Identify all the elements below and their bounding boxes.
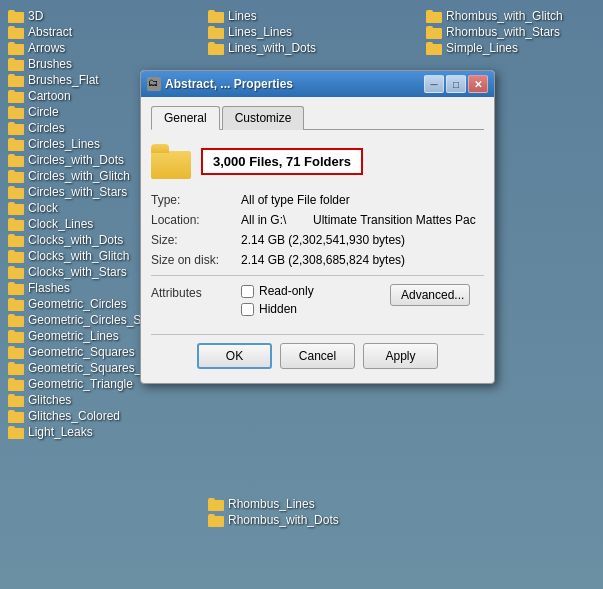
maximize-button[interactable]: □ bbox=[446, 75, 466, 93]
dialog-title-text: Abstract, ... Properties bbox=[165, 77, 293, 91]
folder-icon bbox=[8, 250, 24, 263]
folder-icon bbox=[8, 202, 24, 215]
prop-row-type: Type: All of type File folder bbox=[151, 193, 484, 207]
hidden-label: Hidden bbox=[259, 302, 297, 316]
close-button[interactable]: ✕ bbox=[468, 75, 488, 93]
list-item[interactable]: Lines bbox=[200, 8, 360, 24]
size-on-disk-value: 2.14 GB (2,308,685,824 bytes) bbox=[241, 253, 484, 267]
list-item[interactable]: Clocks_with_Dots bbox=[0, 232, 145, 248]
list-item[interactable]: Arrows bbox=[0, 40, 145, 56]
type-label: Type: bbox=[151, 193, 241, 207]
folder-icon bbox=[8, 122, 24, 135]
folder-icon bbox=[8, 314, 24, 327]
folder-icon bbox=[8, 266, 24, 279]
size-value: 2.14 GB (2,302,541,930 bytes) bbox=[241, 233, 484, 247]
folder-icon bbox=[8, 10, 24, 23]
folder-icon bbox=[8, 378, 24, 391]
folder-icon bbox=[8, 330, 24, 343]
list-item[interactable]: Geometric_Squares bbox=[0, 344, 145, 360]
list-item[interactable]: Glitches_Colored bbox=[0, 408, 145, 424]
minimize-button[interactable]: ─ bbox=[424, 75, 444, 93]
list-item[interactable]: Brushes_Flat bbox=[0, 72, 145, 88]
folder-icon bbox=[8, 394, 24, 407]
folder-big-icon bbox=[151, 144, 191, 179]
folder-icon bbox=[8, 218, 24, 231]
folder-icon bbox=[8, 410, 24, 423]
attributes-section: Attributes Read-only Hidden Advanced... bbox=[151, 284, 484, 320]
folder-icon bbox=[208, 514, 224, 527]
type-value: All of type File folder bbox=[241, 193, 484, 207]
list-item[interactable]: Geometric_Lines bbox=[0, 328, 145, 344]
list-item[interactable]: Geometric_Squares_ bbox=[0, 360, 145, 376]
hidden-checkbox[interactable] bbox=[241, 303, 254, 316]
folder-icon bbox=[426, 26, 442, 39]
list-item[interactable]: Circle bbox=[0, 104, 145, 120]
tab-general[interactable]: General bbox=[151, 106, 220, 130]
list-item[interactable]: Flashes bbox=[0, 280, 145, 296]
list-item[interactable]: Brushes bbox=[0, 56, 145, 72]
tab-bar: General Customize bbox=[151, 105, 484, 130]
list-item[interactable]: Rhombus_with_Dots bbox=[200, 512, 360, 528]
folder-icon bbox=[8, 346, 24, 359]
readonly-checkbox[interactable] bbox=[241, 285, 254, 298]
list-item[interactable]: Clock bbox=[0, 200, 145, 216]
list-item[interactable]: 3D bbox=[0, 8, 145, 24]
list-item[interactable]: Geometric_Circles_S bbox=[0, 312, 145, 328]
folder-icon bbox=[426, 42, 442, 55]
list-item[interactable]: Clocks_with_Stars bbox=[0, 264, 145, 280]
size-label: Size: bbox=[151, 233, 241, 247]
list-item[interactable]: Circles_with_Glitch bbox=[0, 168, 145, 184]
folder-icon bbox=[8, 26, 24, 39]
prop-row-size-on-disk: Size on disk: 2.14 GB (2,308,685,824 byt… bbox=[151, 253, 484, 267]
folder-icon bbox=[8, 170, 24, 183]
list-item[interactable]: Clocks_with_Glitch bbox=[0, 248, 145, 264]
list-item[interactable]: Geometric_Circles bbox=[0, 296, 145, 312]
list-item[interactable]: Rhombus_with_Stars bbox=[418, 24, 603, 40]
folder-list-left: 3D Abstract Arrows Brushes Brushes_Flat … bbox=[0, 0, 145, 448]
divider bbox=[151, 275, 484, 276]
properties-dialog: Abstract, ... Properties ─ □ ✕ General C… bbox=[140, 70, 495, 384]
apply-button[interactable]: Apply bbox=[363, 343, 438, 369]
folder-icon bbox=[8, 90, 24, 103]
dialog-buttons: OK Cancel Apply bbox=[151, 334, 484, 369]
properties-content: 3,000 Files, 71 Folders Type: All of typ… bbox=[151, 140, 484, 373]
dialog-title-icon bbox=[147, 77, 161, 91]
list-item[interactable]: Light_Leaks bbox=[0, 424, 145, 440]
file-count-row: 3,000 Files, 71 Folders bbox=[151, 144, 484, 179]
location-value: All in G:\ Ultimate Transition Mattes Pa… bbox=[241, 213, 484, 227]
dialog-controls: ─ □ ✕ bbox=[424, 75, 488, 93]
folder-icon bbox=[8, 74, 24, 87]
list-item[interactable]: Circles bbox=[0, 120, 145, 136]
list-item[interactable]: Simple_Lines bbox=[418, 40, 603, 56]
list-item[interactable]: Geometric_Triangle bbox=[0, 376, 145, 392]
list-item[interactable]: Cartoon bbox=[0, 88, 145, 104]
folder-icon bbox=[208, 26, 224, 39]
list-item[interactable]: Lines_Lines bbox=[200, 24, 360, 40]
list-item[interactable]: Glitches bbox=[0, 392, 145, 408]
tab-customize[interactable]: Customize bbox=[222, 106, 305, 130]
list-item[interactable]: Clock_Lines bbox=[0, 216, 145, 232]
attributes-label: Attributes bbox=[151, 284, 241, 300]
dialog-title-left: Abstract, ... Properties bbox=[147, 77, 293, 91]
folder-icon bbox=[208, 10, 224, 23]
list-item[interactable]: Rhombus_with_Glitch bbox=[418, 8, 603, 24]
location-label: Location: bbox=[151, 213, 241, 227]
dialog-body: General Customize 3,000 Files, 71 Folder… bbox=[141, 97, 494, 383]
folder-icon bbox=[8, 154, 24, 167]
folder-icon bbox=[8, 138, 24, 151]
folder-icon bbox=[8, 426, 24, 439]
folder-icon bbox=[8, 186, 24, 199]
cancel-button[interactable]: Cancel bbox=[280, 343, 355, 369]
dialog-titlebar: Abstract, ... Properties ─ □ ✕ bbox=[141, 71, 494, 97]
ok-button[interactable]: OK bbox=[197, 343, 272, 369]
folder-icon bbox=[8, 42, 24, 55]
list-item[interactable]: Abstract bbox=[0, 24, 145, 40]
list-item[interactable]: Circles_with_Dots bbox=[0, 152, 145, 168]
list-item[interactable]: Rhombus_Lines bbox=[200, 496, 360, 512]
file-count-badge: 3,000 Files, 71 Folders bbox=[201, 148, 363, 175]
folder-list-right: Rhombus_with_Glitch Rhombus_with_Stars S… bbox=[418, 0, 603, 64]
list-item[interactable]: Circles_with_Stars bbox=[0, 184, 145, 200]
list-item[interactable]: Circles_Lines bbox=[0, 136, 145, 152]
list-item[interactable]: Lines_with_Dots bbox=[200, 40, 360, 56]
advanced-button[interactable]: Advanced... bbox=[390, 284, 470, 306]
